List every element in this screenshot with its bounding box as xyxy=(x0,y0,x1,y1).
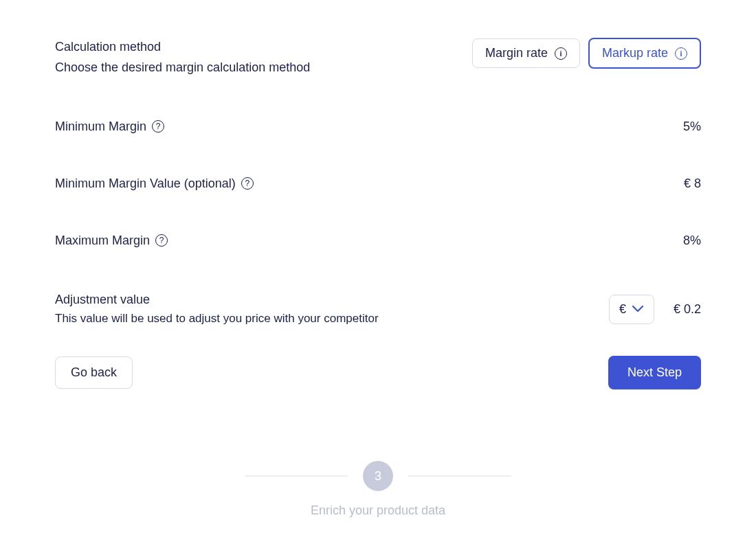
info-icon[interactable]: i xyxy=(555,47,567,60)
stepper-caption: Enrich your product data xyxy=(0,503,756,518)
currency-select[interactable]: € xyxy=(609,295,654,324)
chevron-down-icon xyxy=(632,305,644,313)
maximum-margin-label-group: Maximum Margin ? xyxy=(55,234,168,248)
stepper: 3 Enrich your product data xyxy=(0,461,756,518)
go-back-button[interactable]: Go back xyxy=(55,356,133,389)
adjustment-desc: This value will be used to adjust you pr… xyxy=(55,309,440,328)
step-number-badge: 3 xyxy=(363,461,393,491)
help-icon[interactable]: ? xyxy=(152,120,164,133)
calculation-method-row: Calculation method Choose the desired ma… xyxy=(55,38,701,78)
margin-rate-label: Margin rate xyxy=(485,46,548,60)
maximum-margin-row: Maximum Margin ? 8% xyxy=(55,234,701,248)
calculation-method-desc: Choose the desired margin calculation me… xyxy=(55,58,440,78)
adjustment-title: Adjustment value xyxy=(55,291,440,309)
adjustment-right: € € 0.2 xyxy=(609,295,701,324)
calculation-method-title: Calculation method xyxy=(55,38,440,56)
help-icon[interactable]: ? xyxy=(155,234,168,247)
minimum-margin-value-label: Minimum Margin Value (optional) xyxy=(55,177,236,191)
calculation-method-text: Calculation method Choose the desired ma… xyxy=(55,38,440,78)
maximum-margin-label: Maximum Margin xyxy=(55,234,150,248)
stepper-line-wrap: 3 xyxy=(0,461,756,491)
adjustment-text: Adjustment value This value will be used… xyxy=(55,291,440,328)
currency-symbol: € xyxy=(619,302,626,317)
minimum-margin-value: 5% xyxy=(683,120,701,134)
adjustment-value: € 0.2 xyxy=(674,302,701,317)
stepper-line-right xyxy=(408,475,511,477)
help-icon[interactable]: ? xyxy=(241,177,254,190)
minimum-margin-value-row: Minimum Margin Value (optional) ? € 8 xyxy=(55,177,701,191)
margin-rate-option[interactable]: Margin rate i xyxy=(472,38,580,68)
action-row: Go back Next Step xyxy=(55,356,701,389)
minimum-margin-value-label-group: Minimum Margin Value (optional) ? xyxy=(55,177,254,191)
info-icon[interactable]: i xyxy=(675,47,687,60)
minimum-margin-label-group: Minimum Margin ? xyxy=(55,120,164,134)
markup-rate-label: Markup rate xyxy=(602,46,668,60)
adjustment-row: Adjustment value This value will be used… xyxy=(55,291,701,328)
markup-rate-option[interactable]: Markup rate i xyxy=(588,38,701,69)
minimum-margin-value-value: € 8 xyxy=(684,177,701,191)
maximum-margin-value: 8% xyxy=(683,234,701,248)
calculation-method-toggle: Margin rate i Markup rate i xyxy=(472,38,701,69)
minimum-margin-label: Minimum Margin xyxy=(55,120,146,134)
minimum-margin-row: Minimum Margin ? 5% xyxy=(55,120,701,134)
next-step-button[interactable]: Next Step xyxy=(608,356,701,389)
stepper-line-left xyxy=(245,475,348,477)
